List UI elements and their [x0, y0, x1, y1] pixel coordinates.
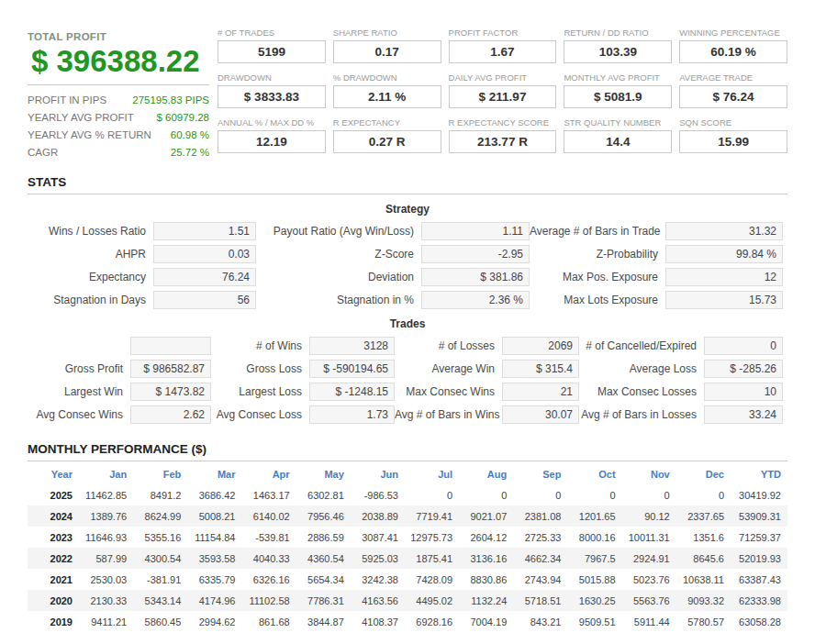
- monthly-cell-jul: 0: [405, 484, 459, 505]
- stat-label: Avg # of Bars in Wins: [395, 408, 502, 421]
- monthly-cell-ytd: 52019.93: [731, 548, 787, 569]
- divider: [28, 194, 787, 194]
- monthly-cell-aug: 8830.86: [459, 569, 513, 590]
- stat-value: 2.62: [130, 405, 211, 424]
- summary-row-label: CAGR: [28, 144, 58, 161]
- monthly-cell-oct: 1630.25: [567, 590, 621, 611]
- monthly-cell-nov: 5023.76: [622, 569, 676, 590]
- kpi-box: RETURN / DD RATIO 103.39: [564, 28, 672, 63]
- monthly-cell-mar: 3686.42: [187, 484, 241, 505]
- stat-value: -2.95: [421, 245, 530, 263]
- monthly-cell-nov: 10011.31: [622, 527, 676, 548]
- monthly-year: 2021: [28, 569, 79, 590]
- monthly-cell-dec: 8645.6: [676, 548, 731, 569]
- stat-label: Largest Win: [28, 385, 130, 398]
- monthly-cell-sep: 2725.33: [513, 527, 567, 548]
- strategy-stats-table: Wins / Losses Ratio 1.51 Payout Ratio (A…: [28, 222, 787, 309]
- stat-value: $ 381.86: [421, 268, 530, 286]
- summary-row: YEARLY AVG % RETURN 60.98 %: [28, 127, 209, 144]
- trades-subtitle: Trades: [28, 317, 787, 330]
- kpi-value: 0.17: [333, 40, 441, 63]
- monthly-cell-jan: 11462.85: [79, 484, 133, 505]
- stat-label: Wins / Losses Ratio: [28, 225, 153, 238]
- stat-label: Avg Consec Loss: [211, 408, 309, 421]
- kpi-box: R EXPECTANCY SCORE 213.77 R: [449, 117, 557, 153]
- monthly-cell-jun: -986.53: [351, 484, 405, 505]
- monthly-col-header: Year: [28, 463, 79, 484]
- stat-label: Z-Probability: [530, 248, 665, 261]
- monthly-cell-apr: 861.68: [241, 611, 296, 632]
- kpi-label: STR QUALITY NUMBER: [564, 117, 672, 128]
- kpi-grid: # OF TRADES 5199 SHARPE RATIO 0.17 PROFI…: [218, 28, 787, 161]
- kpi-label: % DRAWDOWN: [333, 72, 441, 83]
- monthly-year: 2020: [28, 590, 79, 611]
- kpi-box: MONTHLY AVG PROFIT $ 5081.9: [564, 72, 672, 108]
- kpi-box: # OF TRADES 5199: [218, 28, 326, 63]
- stat-label: Avg Consec Wins: [28, 408, 130, 421]
- monthly-cell-feb: 5860.45: [133, 611, 187, 632]
- strategy-stat-row: AHPR 0.03 Z-Score -2.95 Z-Probability 99…: [28, 245, 787, 263]
- monthly-cell-oct: 8000.16: [567, 527, 621, 548]
- stat-value: 99.84 %: [665, 245, 783, 263]
- summary-row: PROFIT IN PIPS 275195.83 PIPS: [28, 92, 209, 109]
- monthly-row: 2023 11646.93 5355.16 11154.84 -539.81 2…: [28, 527, 787, 548]
- overview-section: TOTAL PROFIT $ 396388.22 PROFIT IN PIPS …: [28, 28, 787, 161]
- monthly-cell-aug: 1132.24: [459, 590, 513, 611]
- total-profit-label: TOTAL PROFIT: [28, 31, 209, 42]
- trades-stat-row: Largest Win $ 1473.82 Largest Loss $ -12…: [28, 383, 787, 401]
- monthly-cell-jun: 3087.41: [351, 527, 405, 548]
- monthly-cell-ytd: 63058.28: [731, 611, 787, 632]
- monthly-col-header: Dec: [676, 463, 731, 484]
- summary-row: CAGR 25.72 %: [28, 144, 209, 161]
- monthly-cell-apr: 11102.58: [241, 590, 296, 611]
- total-profit-value: $ 396388.22: [31, 44, 209, 79]
- stat-value: $ -1248.15: [309, 383, 395, 401]
- stat-value: 56: [153, 291, 256, 309]
- stat-label: # of Wins: [211, 339, 309, 352]
- monthly-cell-apr: 6140.02: [241, 505, 296, 527]
- kpi-box: DRAWDOWN $ 3833.83: [218, 72, 326, 108]
- kpi-box: ANNUAL % / MAX DD % 12.19: [218, 117, 326, 153]
- monthly-cell-jan: 2530.03: [79, 569, 133, 590]
- monthly-cell-mar: 11154.84: [187, 527, 241, 548]
- monthly-cell-may: 7956.46: [296, 505, 351, 527]
- stat-value: [130, 337, 211, 355]
- monthly-cell-mar: 6335.79: [187, 569, 241, 590]
- kpi-label: R EXPECTANCY SCORE: [449, 117, 557, 128]
- strategy-report: TOTAL PROFIT $ 396388.22 PROFIT IN PIPS …: [0, 0, 815, 632]
- monthly-row: 2020 2130.33 5343.14 4174.96 11102.58 77…: [28, 590, 787, 611]
- trades-stat-row: Gross Profit $ 986582.87 Gross Loss $ -5…: [28, 360, 787, 378]
- kpi-box: DAILY AVG PROFIT $ 211.97: [449, 72, 557, 108]
- kpi-value: 12.19: [218, 130, 326, 153]
- monthly-cell-mar: 3593.58: [187, 548, 241, 569]
- monthly-cell-jul: 1875.41: [405, 548, 459, 569]
- monthly-performance-heading: MONTHLY PERFORMANCE ($): [28, 442, 787, 461]
- kpi-label: DRAWDOWN: [218, 72, 326, 83]
- kpi-label: # OF TRADES: [218, 28, 326, 38]
- kpi-value: 2.11 %: [333, 85, 441, 108]
- monthly-cell-feb: 5343.14: [133, 590, 187, 611]
- monthly-cell-jul: 4495.02: [405, 590, 459, 611]
- kpi-label: R EXPECTANCY: [333, 117, 441, 128]
- monthly-cell-oct: 0: [567, 484, 621, 505]
- kpi-box: AVERAGE TRADE $ 76.24: [679, 72, 787, 108]
- stat-label: Stagnation in %: [256, 294, 421, 306]
- summary-row-value: 60.98 %: [171, 127, 209, 144]
- stat-value: $ 1473.82: [130, 383, 211, 401]
- monthly-cell-aug: 2604.12: [459, 527, 513, 548]
- kpi-value: 60.19 %: [679, 40, 787, 63]
- monthly-cell-aug: 3136.16: [459, 548, 513, 569]
- monthly-cell-jan: 9411.21: [79, 611, 133, 632]
- monthly-cell-feb: -381.91: [133, 569, 187, 590]
- monthly-cell-feb: 4300.54: [133, 548, 187, 569]
- monthly-cell-dec: 5780.57: [676, 611, 731, 632]
- monthly-col-header: Jan: [79, 463, 133, 484]
- kpi-value: 0.27 R: [333, 130, 441, 153]
- monthly-cell-jun: 4108.37: [351, 611, 405, 632]
- stat-value: 1.11: [421, 222, 530, 240]
- stat-label: Max Pos. Exposure: [530, 271, 665, 283]
- stat-value: 12: [665, 268, 783, 286]
- monthly-cell-aug: 7004.19: [459, 611, 513, 632]
- monthly-col-header: May: [296, 463, 351, 484]
- monthly-cell-sep: 5718.51: [513, 590, 567, 611]
